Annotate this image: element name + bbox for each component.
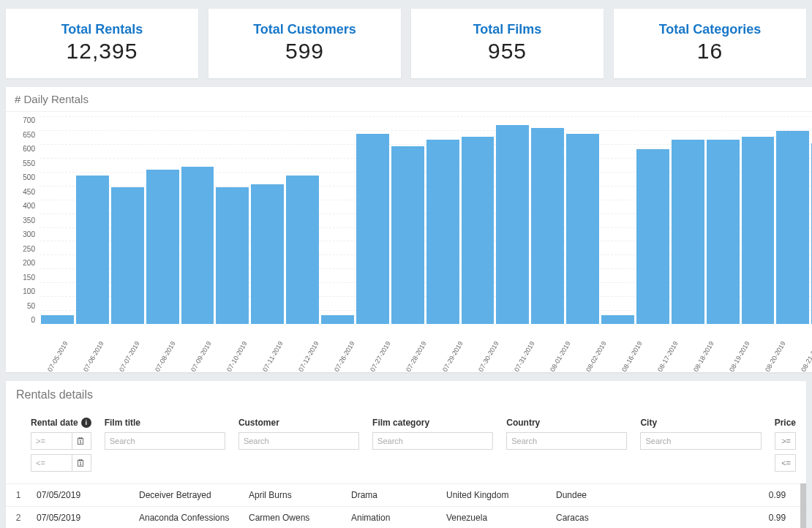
y-tick: 0 — [15, 316, 35, 324]
search-input[interactable]: Search — [372, 432, 493, 450]
cell-cat: Drama — [345, 484, 440, 507]
cell-idx: 2 — [6, 507, 31, 529]
kpi-title: Total Films — [417, 22, 598, 37]
x-tick: 08-18-2019 — [692, 340, 715, 373]
date-from-input[interactable]: >= 🗓 — [31, 432, 91, 450]
bar[interactable] — [251, 184, 284, 324]
bar[interactable] — [111, 187, 144, 324]
bar[interactable] — [496, 125, 529, 324]
plot-area — [40, 116, 812, 324]
search-input[interactable]: Search — [105, 432, 225, 450]
y-tick: 400 — [15, 202, 35, 210]
date-to-input[interactable]: <= 🗓 — [31, 454, 91, 472]
filter-label: Country — [506, 418, 627, 428]
x-axis: 07-05-201907-06-201907-07-201907-08-2019… — [31, 331, 812, 372]
x-tick: 08-19-2019 — [728, 340, 751, 373]
cell-cust: April Burns — [243, 484, 345, 507]
charts-row: # Daily Rentals 700650600550500450400350… — [6, 87, 806, 372]
scrollbar[interactable] — [800, 483, 806, 528]
y-tick: 600 — [15, 145, 35, 153]
x-tick: 07-27-2019 — [369, 340, 392, 373]
calendar-icon[interactable]: 🗓 — [72, 455, 89, 471]
y-tick: 650 — [15, 131, 35, 139]
cell-cat: Animation — [345, 507, 440, 529]
bar[interactable] — [426, 140, 459, 324]
bar[interactable] — [286, 176, 319, 324]
daily-rentals-chart[interactable]: 7006506005505004504003503002502001501005… — [6, 112, 812, 331]
x-tick: 07-31-2019 — [513, 340, 536, 373]
filter-row: Rental date i >= 🗓 <= 🗓 Film title Searc… — [6, 409, 806, 483]
kpi-row: Total Rentals 12,395 Total Customers 599… — [6, 9, 806, 78]
bar[interactable] — [601, 315, 634, 324]
rentals-details-card: Rentals details Rental date i >= 🗓 <= 🗓 … — [6, 381, 806, 528]
label-text: Rental date — [31, 418, 78, 428]
bar[interactable] — [742, 137, 775, 324]
y-tick: 150 — [15, 274, 35, 282]
bars — [40, 116, 812, 324]
x-tick: 08-01-2019 — [549, 340, 572, 373]
placeholder: >= — [781, 437, 791, 445]
table-wrap: 107/05/2019Deceiver BetrayedApril BurnsD… — [6, 483, 806, 528]
y-tick: 250 — [15, 245, 35, 253]
cell-city: Caracas — [550, 507, 638, 529]
bar[interactable] — [707, 140, 740, 324]
bar[interactable] — [636, 149, 669, 324]
table-row[interactable]: 107/05/2019Deceiver BetrayedApril BurnsD… — [6, 484, 800, 507]
bar[interactable] — [776, 131, 809, 324]
placeholder: Search — [377, 437, 403, 445]
filter-film-title: Film title Search — [105, 418, 225, 450]
price-from-input[interactable]: >= — [775, 432, 796, 450]
y-tick: 500 — [15, 173, 35, 181]
info-icon[interactable]: i — [81, 418, 91, 428]
cell-date: 07/05/2019 — [31, 507, 133, 529]
x-tick: 08-16-2019 — [620, 340, 644, 373]
cell-city: Dundee — [550, 484, 638, 507]
x-tick: 07-07-2019 — [118, 340, 141, 373]
dashboard: Total Rentals 12,395 Total Customers 599… — [0, 0, 812, 528]
rentals-table: 107/05/2019Deceiver BetrayedApril BurnsD… — [6, 483, 800, 528]
x-tick: 08-02-2019 — [584, 340, 608, 373]
bar[interactable] — [146, 170, 179, 324]
calendar-icon[interactable]: 🗓 — [72, 433, 89, 449]
table-row[interactable]: 207/05/2019Anaconda ConfessionsCarmen Ow… — [6, 507, 800, 529]
filter-city: City Search — [640, 418, 761, 450]
bar[interactable] — [391, 146, 424, 324]
price-to-input[interactable]: <= — [775, 454, 796, 472]
bar[interactable] — [181, 167, 214, 324]
bar[interactable] — [462, 137, 495, 324]
bar[interactable] — [76, 176, 109, 324]
x-tick: 07-06-2019 — [82, 340, 105, 373]
filter-label: Rental date i — [31, 418, 91, 428]
placeholder: <= — [36, 459, 45, 467]
bar[interactable] — [216, 187, 249, 324]
bar[interactable] — [531, 128, 564, 324]
placeholder: Search — [511, 437, 537, 445]
x-tick: 07-28-2019 — [405, 340, 428, 373]
daily-rentals-card: # Daily Rentals 700650600550500450400350… — [6, 87, 812, 372]
bar[interactable] — [672, 140, 704, 324]
filter-film-category: Film category Search — [372, 418, 493, 450]
filter-country: Country Search — [506, 418, 627, 450]
search-input[interactable]: Search — [238, 432, 359, 450]
bar[interactable] — [321, 315, 354, 324]
x-tick: 07-12-2019 — [297, 340, 320, 373]
x-tick: 07-09-2019 — [189, 340, 213, 373]
placeholder: Search — [645, 437, 671, 445]
bar[interactable] — [41, 315, 74, 324]
y-tick: 50 — [15, 302, 35, 310]
filter-label: Film title — [105, 418, 225, 428]
search-input[interactable]: Search — [640, 432, 761, 450]
x-tick: 07-30-2019 — [477, 340, 500, 373]
kpi-value: 16 — [620, 39, 800, 64]
card-title: # Daily Rentals — [6, 87, 812, 112]
x-tick: 07-10-2019 — [225, 340, 249, 373]
bar[interactable] — [356, 134, 389, 324]
x-tick: 08-17-2019 — [656, 340, 680, 373]
x-tick: 07-26-2019 — [333, 340, 356, 373]
cell-film: Anaconda Confessions — [133, 507, 243, 529]
x-tick: 08-20-2019 — [764, 340, 787, 373]
y-tick: 450 — [15, 188, 35, 196]
bar[interactable] — [566, 134, 599, 324]
cell-price: 0.99 — [638, 484, 800, 507]
search-input[interactable]: Search — [506, 432, 627, 450]
